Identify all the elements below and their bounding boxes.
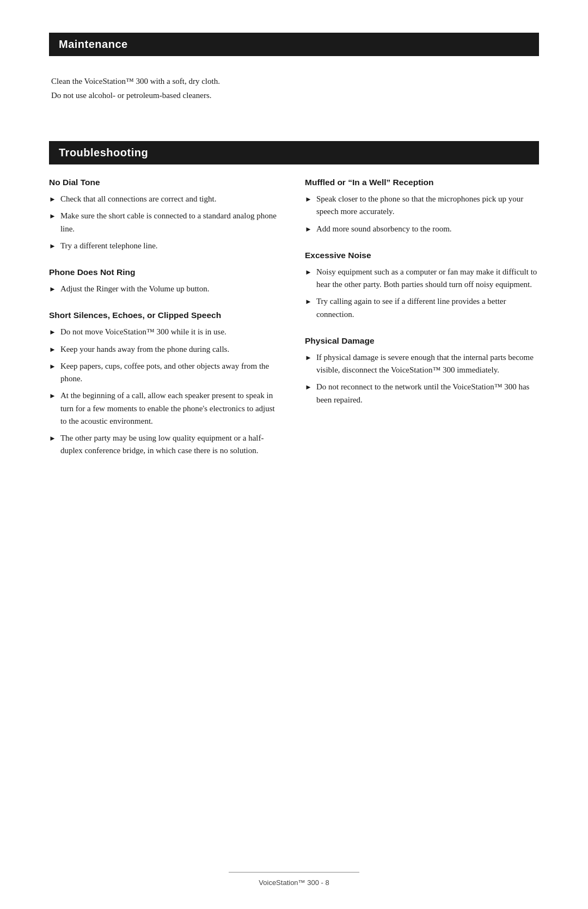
bullet-text: Keep papers, cups, coffee pots, and othe… (60, 360, 283, 386)
no-dial-tone-title: No Dial Tone (49, 178, 283, 187)
no-dial-tone-list: ► Check that all connections are correct… (49, 193, 283, 252)
footer-page-label: VoiceStation™ 300 - 8 (259, 879, 329, 887)
short-silences-list: ► Do not move VoiceStation™ 300 while it… (49, 326, 283, 457)
page: Maintenance Clean the VoiceStation™ 300 … (0, 0, 588, 909)
list-item: ► Keep papers, cups, coffee pots, and ot… (49, 360, 283, 386)
right-column: Muffled or “In a Well” Reception ► Speak… (305, 178, 539, 422)
phone-does-not-ring-list: ► Adjust the Ringer with the Volume up b… (49, 283, 283, 295)
muffled-list: ► Speak closer to the phone so that the … (305, 193, 539, 235)
physical-damage-list: ► If physical damage is severe enough th… (305, 351, 539, 406)
list-item: ► The other party may be using low quali… (49, 432, 283, 457)
subsection-no-dial-tone: No Dial Tone ► Check that all connection… (49, 178, 283, 252)
left-column: No Dial Tone ► Check that all connection… (49, 178, 283, 473)
excessive-noise-title: Excessive Noise (305, 251, 539, 260)
bullet-arrow-icon: ► (49, 194, 56, 205)
troubleshooting-header: Troubleshooting (49, 141, 539, 164)
list-item: ► Try a different telephone line. (49, 240, 283, 252)
muffled-title: Muffled or “In a Well” Reception (305, 178, 539, 187)
list-item: ► Noisy equipment such as a computer or … (305, 266, 539, 291)
two-column-layout: No Dial Tone ► Check that all connection… (49, 178, 539, 473)
excessive-noise-list: ► Noisy equipment such as a computer or … (305, 266, 539, 321)
list-item: ► Adjust the Ringer with the Volume up b… (49, 283, 283, 295)
subsection-excessive-noise: Excessive Noise ► Noisy equipment such a… (305, 251, 539, 321)
maintenance-line-2: Do not use alcohol- or petroleum-based c… (51, 89, 537, 102)
bullet-arrow-icon: ► (305, 224, 312, 235)
bullet-arrow-icon: ► (305, 267, 312, 278)
bullet-arrow-icon: ► (49, 327, 56, 338)
maintenance-section: Maintenance Clean the VoiceStation™ 300 … (49, 33, 539, 108)
list-item: ► Check that all connections are correct… (49, 193, 283, 205)
bullet-text: Speak closer to the phone so that the mi… (316, 193, 539, 218)
footer: VoiceStation™ 300 - 8 (49, 872, 539, 887)
maintenance-text: Clean the VoiceStation™ 300 with a soft,… (49, 69, 539, 108)
bullet-text: The other party may be using low quality… (60, 432, 283, 457)
bullet-text: At the beginning of a call, allow each s… (60, 389, 283, 428)
bullet-arrow-icon: ► (305, 352, 312, 363)
bullet-arrow-icon: ► (49, 361, 56, 372)
list-item: ► At the beginning of a call, allow each… (49, 389, 283, 428)
list-item: ► Try calling again to see if a differen… (305, 295, 539, 321)
list-item: ► Keep your hands away from the phone du… (49, 343, 283, 356)
subsection-muffled: Muffled or “In a Well” Reception ► Speak… (305, 178, 539, 235)
bullet-text: Make sure the short cable is connected t… (60, 210, 283, 235)
bullet-text: Do not move VoiceStation™ 300 while it i… (60, 326, 283, 338)
footer-divider (229, 872, 359, 873)
list-item: ► Add more sound absorbency to the room. (305, 223, 539, 235)
list-item: ► Do not move VoiceStation™ 300 while it… (49, 326, 283, 338)
bullet-arrow-icon: ► (49, 391, 56, 401)
bullet-text: Try a different telephone line. (60, 240, 283, 252)
bullet-arrow-icon: ► (305, 296, 312, 307)
bullet-text: If physical damage is severe enough that… (316, 351, 539, 377)
bullet-arrow-icon: ► (49, 344, 56, 355)
bullet-text: Add more sound absorbency to the room. (316, 223, 539, 235)
list-item: ► Do not reconnect to the network until … (305, 381, 539, 406)
subsection-physical-damage: Physical Damage ► If physical damage is … (305, 336, 539, 406)
subsection-phone-does-not-ring: Phone Does Not Ring ► Adjust the Ringer … (49, 267, 283, 295)
troubleshooting-section: Troubleshooting No Dial Tone ► Check tha… (49, 141, 539, 473)
list-item: ► If physical damage is severe enough th… (305, 351, 539, 377)
bullet-text: Keep your hands away from the phone duri… (60, 343, 283, 356)
list-item: ► Make sure the short cable is connected… (49, 210, 283, 235)
maintenance-header: Maintenance (49, 33, 539, 56)
phone-does-not-ring-title: Phone Does Not Ring (49, 267, 283, 277)
bullet-text: Noisy equipment such as a computer or fa… (316, 266, 539, 291)
maintenance-line-1: Clean the VoiceStation™ 300 with a soft,… (51, 75, 537, 88)
bullet-arrow-icon: ► (305, 194, 312, 205)
short-silences-title: Short Silences, Echoes, or Clipped Speec… (49, 310, 283, 320)
bullet-arrow-icon: ► (49, 284, 56, 295)
bullet-text: Adjust the Ringer with the Volume up but… (60, 283, 283, 295)
bullet-arrow-icon: ► (49, 433, 56, 444)
list-item: ► Speak closer to the phone so that the … (305, 193, 539, 218)
physical-damage-title: Physical Damage (305, 336, 539, 346)
bullet-arrow-icon: ► (305, 382, 312, 393)
bullet-arrow-icon: ► (49, 241, 56, 252)
bullet-text: Try calling again to see if a different … (316, 295, 539, 321)
subsection-short-silences: Short Silences, Echoes, or Clipped Speec… (49, 310, 283, 457)
bullet-text: Check that all connections are correct a… (60, 193, 283, 205)
bullet-text: Do not reconnect to the network until th… (316, 381, 539, 406)
bullet-arrow-icon: ► (49, 211, 56, 222)
